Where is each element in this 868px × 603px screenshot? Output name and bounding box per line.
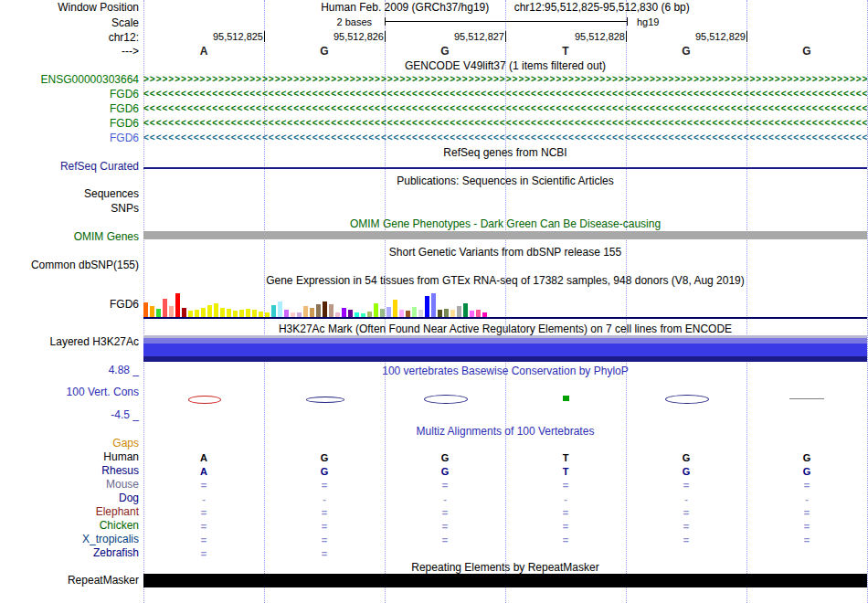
gtex-tissue-bar[interactable] — [425, 296, 429, 317]
gtex-tissue-bar[interactable] — [329, 304, 333, 317]
gtex-tissue-bar[interactable] — [201, 308, 206, 317]
common-dbsnp-label[interactable]: Common dbSNP(155) — [31, 259, 139, 271]
alignment-cell: T — [505, 465, 626, 478]
gene-model-arrows[interactable]: <<<<<<<<<<<<<<<<<<<<<<<<<<<<<<<<<<<<<<<<… — [143, 132, 867, 143]
gtex-tissue-bar[interactable] — [463, 303, 468, 317]
alignment-cell: = — [264, 479, 385, 492]
gtex-tissue-bar[interactable] — [457, 306, 461, 317]
gtex-tissue-bar[interactable] — [188, 311, 193, 317]
alignment-cell: = — [385, 520, 505, 533]
phylop-track-label[interactable]: 100 Vert. Cons — [67, 386, 139, 398]
gtex-tissue-bar[interactable] — [374, 303, 378, 317]
species-label[interactable]: Elephant — [96, 506, 139, 518]
h3k27ac-title[interactable]: H3K27Ac Mark (Often Found Near Active Re… — [143, 323, 867, 335]
gene-model-arrows[interactable]: <<<<<<<<<<<<<<<<<<<<<<<<<<<<<<<<<<<<<<<<… — [143, 118, 867, 129]
gtex-tissue-bar[interactable] — [342, 308, 346, 317]
gtex-tissue-bar[interactable] — [348, 310, 353, 317]
phylop-title[interactable]: 100 vertebrates Basewise Conservation by… — [143, 365, 867, 377]
gtex-tissue-bar[interactable] — [195, 310, 199, 317]
omim-genes-label[interactable]: OMIM Genes — [74, 231, 139, 243]
window-position-label: Window Position — [58, 2, 139, 14]
omim-gene-bar[interactable] — [143, 231, 867, 239]
repeatmasker-title[interactable]: Repeating Elements by RepeatMasker — [143, 562, 867, 574]
repeatmasker-label[interactable]: RepeatMasker — [68, 575, 139, 587]
dbsnp-title[interactable]: Short Genetic Variants from dbSNP releas… — [143, 247, 867, 259]
gene-label[interactable]: FGD6 — [110, 89, 139, 100]
gtex-gene-label[interactable]: FGD6 — [110, 299, 139, 311]
gtex-tissue-bar[interactable] — [380, 309, 385, 317]
gtex-tissue-bar[interactable] — [252, 310, 257, 317]
refseq-gene-bar[interactable] — [143, 167, 867, 169]
gene-model-arrows[interactable]: >>>>>>>>>>>>>>>>>>>>>>>>>>>>>>>>>>>>>>>>… — [143, 74, 867, 85]
coordinate-label: 95,512,828 — [522, 31, 627, 42]
refseq-title[interactable]: RefSeq genes from NCBI — [143, 147, 867, 159]
gtex-tissue-bar[interactable] — [470, 311, 474, 317]
gtex-tissue-bar[interactable] — [476, 310, 481, 317]
alignment-cell: = — [143, 547, 264, 560]
gtex-tissue-bar[interactable] — [182, 308, 186, 317]
gene-label[interactable]: FGD6 — [110, 118, 139, 130]
gtex-tissue-bar[interactable] — [239, 310, 244, 317]
gtex-tissue-bar[interactable] — [246, 309, 250, 317]
sequences-label[interactable]: Sequences — [84, 188, 139, 200]
refseq-curated-label[interactable]: RefSeq Curated — [60, 161, 139, 173]
gtex-title[interactable]: Gene Expression in 54 tissues from GTEx … — [143, 275, 867, 287]
publications-title[interactable]: Publications: Sequences in Scientific Ar… — [143, 175, 867, 187]
gtex-tissue-bar[interactable] — [169, 306, 174, 317]
snps-label[interactable]: SNPs — [111, 203, 139, 215]
gtex-tissue-bar[interactable] — [156, 309, 161, 317]
gtex-tissue-bar[interactable] — [233, 311, 238, 317]
species-label[interactable]: X_tropicalis — [82, 534, 139, 545]
phylop-rect-mark — [563, 396, 569, 401]
gene-label[interactable]: FGD6 — [110, 132, 139, 144]
gtex-tissue-bar[interactable] — [444, 309, 449, 317]
coordinate-row: 95,512,82595,512,82695,512,82795,512,828… — [143, 31, 867, 43]
gtex-tissue-bar[interactable] — [412, 307, 417, 317]
gtex-tissue-bar[interactable] — [278, 302, 282, 317]
omim-title[interactable]: OMIM Gene Phenotypes - Dark Green Can Be… — [143, 218, 867, 230]
gtex-tissue-bar[interactable] — [220, 308, 225, 317]
gtex-tissue-bar[interactable] — [418, 310, 423, 317]
gtex-tissue-bar[interactable] — [450, 310, 455, 317]
gtex-tissue-bar[interactable] — [399, 310, 404, 317]
gtex-tissue-bar[interactable] — [393, 300, 397, 317]
gtex-tissue-bar[interactable] — [163, 299, 167, 317]
species-label[interactable]: Mouse — [106, 479, 139, 491]
species-label[interactable]: Zebrafish — [93, 547, 139, 559]
species-label[interactable]: Rhesus — [101, 465, 139, 477]
gene-label[interactable]: ENSG00000303664 — [41, 74, 139, 86]
gtex-tissue-bar[interactable] — [214, 303, 218, 317]
gene-model-arrows[interactable]: <<<<<<<<<<<<<<<<<<<<<<<<<<<<<<<<<<<<<<<<… — [143, 89, 867, 100]
gene-label[interactable]: FGD6 — [110, 103, 139, 115]
gtex-tissue-bar[interactable] — [143, 302, 148, 317]
gencode-title[interactable]: GENCODE V49lift37 (1 items filtered out) — [143, 60, 867, 72]
repeatmasker-element-bar[interactable] — [143, 574, 867, 587]
gtex-tissue-bar[interactable] — [175, 293, 180, 317]
species-label[interactable]: Human — [103, 451, 139, 463]
gtex-tissue-bar[interactable] — [150, 306, 154, 317]
gtex-tissue-bar[interactable] — [310, 308, 314, 317]
species-label[interactable]: Gaps — [112, 438, 139, 450]
gtex-tissue-bar[interactable] — [438, 310, 442, 317]
multiz-title[interactable]: Multiz Alignments of 100 Vertebrates — [143, 426, 867, 438]
alignment-cell: - — [143, 492, 264, 505]
h3k27ac-signal-band[interactable] — [143, 344, 867, 356]
h3k27ac-label[interactable]: Layered H3K27Ac — [50, 336, 139, 348]
gtex-tissue-bar[interactable] — [386, 307, 391, 317]
gtex-tissue-bar[interactable] — [406, 311, 410, 317]
gtex-tissue-bar[interactable] — [323, 302, 327, 317]
gene-model-arrows[interactable]: <<<<<<<<<<<<<<<<<<<<<<<<<<<<<<<<<<<<<<<<… — [143, 103, 867, 114]
gtex-tissue-bar[interactable] — [207, 305, 212, 317]
gtex-tissue-bar[interactable] — [284, 310, 289, 317]
alignment-cell: G — [746, 465, 867, 478]
chrom-label: chr12: — [109, 32, 139, 44]
gtex-tissue-bar[interactable] — [303, 306, 308, 317]
species-label[interactable]: Dog — [119, 492, 139, 504]
gtex-tissue-bar[interactable] — [316, 304, 321, 317]
scale-ruler — [385, 17, 628, 26]
h3k27ac-signal-band[interactable] — [143, 356, 867, 362]
gtex-tissue-bar[interactable] — [271, 305, 276, 317]
species-label[interactable]: Chicken — [100, 520, 139, 532]
gtex-tissue-bar[interactable] — [227, 309, 231, 317]
gtex-tissue-bar[interactable] — [431, 293, 436, 317]
